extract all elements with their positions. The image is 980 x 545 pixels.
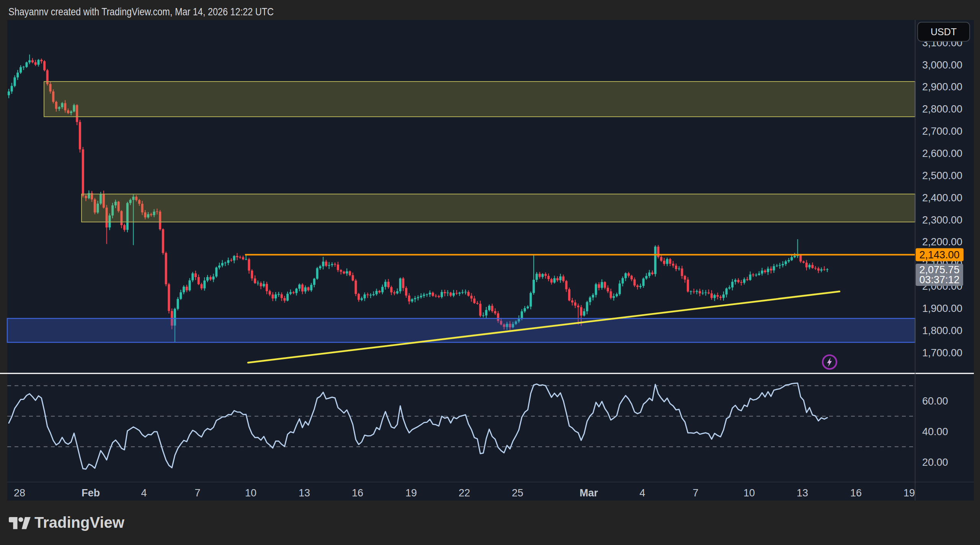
svg-text:2,200.00: 2,200.00 [922,236,962,248]
svg-text:40.00: 40.00 [922,426,948,437]
svg-text:28: 28 [14,487,25,499]
svg-text:2,700.00: 2,700.00 [922,126,962,137]
svg-text:10: 10 [245,487,256,499]
svg-text:1,800.00: 1,800.00 [922,325,962,336]
svg-text:03:37:12: 03:37:12 [919,274,959,286]
svg-text:3,000.00: 3,000.00 [922,59,962,71]
svg-text:USDT: USDT [931,26,957,37]
svg-text:7: 7 [194,487,200,499]
svg-text:TradingView: TradingView [34,514,125,531]
svg-text:25: 25 [512,487,523,499]
svg-text:10: 10 [743,487,755,499]
svg-text:2,300.00: 2,300.00 [922,214,962,226]
svg-text:60.00: 60.00 [922,395,948,407]
svg-text:16: 16 [850,487,862,499]
svg-text:4: 4 [141,487,147,499]
svg-text:13: 13 [797,487,808,499]
svg-text:4: 4 [639,487,645,499]
svg-text:2,900.00: 2,900.00 [922,81,962,93]
svg-text:2,800.00: 2,800.00 [922,103,962,115]
svg-text:13: 13 [299,487,310,499]
svg-text:1,900.00: 1,900.00 [922,303,962,314]
svg-text:Mar: Mar [580,487,598,499]
svg-text:19: 19 [903,487,915,499]
svg-text:2,600.00: 2,600.00 [922,148,962,159]
svg-text:1,700.00: 1,700.00 [922,347,962,359]
svg-text:Feb: Feb [82,487,100,499]
svg-text:2,500.00: 2,500.00 [922,170,962,181]
svg-text:16: 16 [352,487,363,499]
svg-text:7: 7 [693,487,698,499]
svg-text:2,143.00: 2,143.00 [919,249,959,261]
svg-text:22: 22 [459,487,470,499]
svg-text:Shayannv created with TradingV: Shayannv created with TradingView.com, M… [8,6,274,18]
svg-text:2,400.00: 2,400.00 [922,192,962,204]
svg-text:20.00: 20.00 [922,457,948,468]
svg-text:19: 19 [405,487,417,499]
